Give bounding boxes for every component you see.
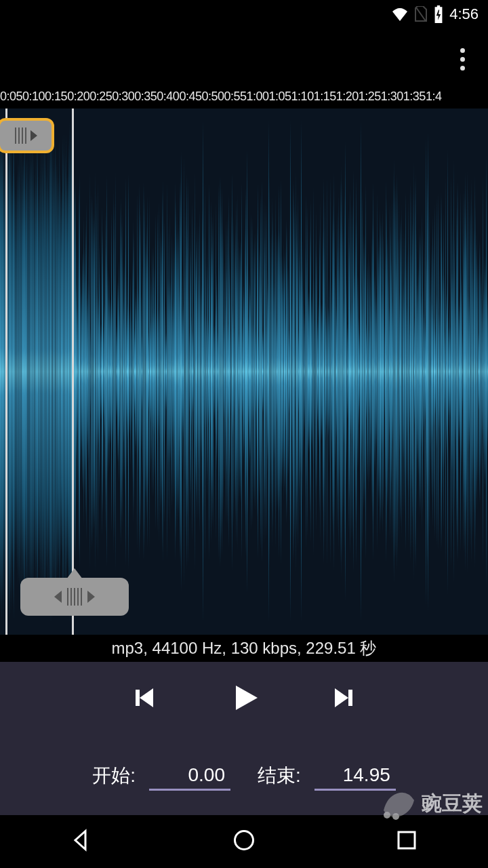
ruler-tick: 1:20 (336, 90, 359, 108)
wandoujia-icon (377, 787, 418, 821)
ruler-tick: 0:35 (134, 90, 157, 108)
status-time: 4:56 (449, 5, 479, 23)
ruler-tick: 0:45 (179, 90, 201, 108)
watermark-text: 豌豆荚 (422, 790, 483, 818)
audio-info-text: mp3, 44100 Hz, 130 kbps, 229.51 秒 (0, 635, 488, 662)
trim-end-handle[interactable] (20, 578, 129, 616)
battery-charging-icon (433, 5, 444, 23)
ruler-tick: 0:05 (0, 90, 22, 108)
end-label: 结束: (258, 763, 301, 789)
ruler-tick: 1:25 (359, 90, 381, 108)
ruler-tick: 1:4 (426, 90, 442, 108)
svg-point-0 (235, 831, 253, 850)
skip-next-button[interactable] (328, 682, 361, 717)
home-button[interactable] (232, 828, 256, 855)
selection-end-line (72, 108, 74, 635)
selection-start-line (5, 108, 7, 635)
ruler-tick: 0:10 (22, 90, 45, 108)
ruler-tick: 1:35 (403, 90, 426, 108)
recent-apps-button[interactable] (394, 828, 419, 855)
back-button[interactable] (69, 828, 94, 855)
svg-point-2 (384, 812, 390, 818)
waveform-area[interactable] (0, 108, 488, 635)
no-sim-icon (414, 6, 428, 22)
playback-controls (0, 662, 488, 736)
trim-start-handle[interactable] (0, 118, 54, 153)
ruler-tick: 0:40 (157, 90, 179, 108)
ruler-tick: 0:55 (224, 90, 246, 108)
watermark: 豌豆荚 (377, 787, 483, 821)
ruler-tick: 0:25 (89, 90, 112, 108)
ruler-tick: 0:15 (45, 90, 67, 108)
wifi-icon (391, 7, 409, 21)
start-label: 开始: (92, 763, 136, 789)
overflow-menu-button[interactable] (453, 45, 472, 73)
ruler-tick: 1:15 (314, 90, 336, 108)
start-time-input[interactable]: 0.00 (149, 762, 230, 791)
ruler-tick: 0:30 (112, 90, 134, 108)
play-button[interactable] (228, 682, 260, 717)
svg-rect-1 (399, 832, 415, 848)
ruler-tick: 1:30 (381, 90, 403, 108)
ruler-tick: 1:00 (247, 90, 269, 108)
ruler-tick: 0:20 (67, 90, 89, 108)
status-bar: 4:56 (0, 0, 488, 28)
skip-previous-button[interactable] (127, 682, 160, 717)
android-nav-bar (0, 815, 488, 868)
svg-point-3 (392, 813, 399, 820)
timeline-ruler: 0:050:100:150:200:250:300:350:400:450:50… (0, 90, 488, 108)
ruler-tick: 1:05 (269, 90, 291, 108)
app-bar (0, 28, 488, 90)
ruler-tick: 1:10 (291, 90, 314, 108)
ruler-tick: 0:50 (201, 90, 224, 108)
